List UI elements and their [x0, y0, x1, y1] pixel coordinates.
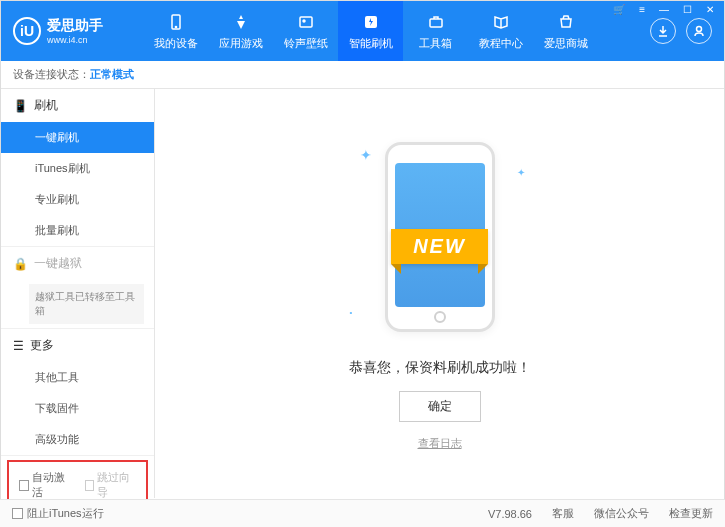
sidebar-item-other-tools[interactable]: 其他工具: [1, 362, 154, 393]
sidebar-section-more[interactable]: ☰ 更多: [1, 329, 154, 362]
section-label: 更多: [30, 337, 54, 354]
skip-guide-checkbox[interactable]: 跳过向导: [85, 470, 137, 500]
svg-point-1: [175, 26, 176, 27]
block-itunes-checkbox[interactable]: 阻止iTunes运行: [12, 506, 104, 521]
status-mode: 正常模式: [90, 67, 134, 82]
nav-ringtones[interactable]: 铃声壁纸: [273, 1, 338, 61]
version-label: V7.98.66: [488, 508, 532, 520]
sidebar: 📱 刷机 一键刷机 iTunes刷机 专业刷机 批量刷机 🔒 一键越狱 越狱工具…: [1, 89, 155, 498]
sidebar-section-flash[interactable]: 📱 刷机: [1, 89, 154, 122]
nav-smart-flash[interactable]: 智能刷机: [338, 1, 403, 61]
toolbox-icon: [426, 12, 446, 32]
footer-link-wechat[interactable]: 微信公众号: [594, 506, 649, 521]
phone-illustration: ✦ ✦ • NEW: [370, 137, 510, 337]
minimize-icon[interactable]: —: [656, 2, 672, 17]
nav-label: 智能刷机: [349, 36, 393, 51]
phone-icon: [166, 12, 186, 32]
app-url: www.i4.cn: [47, 35, 103, 45]
nav-toolbox[interactable]: 工具箱: [403, 1, 468, 61]
sidebar-item-download-firmware[interactable]: 下载固件: [1, 393, 154, 424]
svg-rect-5: [430, 19, 442, 27]
nav-my-device[interactable]: 我的设备: [143, 1, 208, 61]
cart-icon[interactable]: 🛒: [610, 2, 628, 17]
nav-tutorials[interactable]: 教程中心: [468, 1, 533, 61]
nav-label: 爱思商城: [544, 36, 588, 51]
apps-icon: [231, 12, 251, 32]
svg-point-6: [697, 27, 702, 32]
auto-activate-checkbox[interactable]: 自动激活: [19, 470, 71, 500]
nav-label: 教程中心: [479, 36, 523, 51]
nav-store[interactable]: 爱思商城: [533, 1, 598, 61]
status-prefix: 设备连接状态：: [13, 67, 90, 82]
logo-icon: iU: [13, 17, 41, 45]
main-content: ✦ ✦ • NEW 恭喜您，保资料刷机成功啦！ 确定 查看日志: [155, 89, 724, 498]
sidebar-item-oneclick-flash[interactable]: 一键刷机: [1, 122, 154, 153]
menu-icon: ☰: [13, 339, 24, 353]
lock-icon: 🔒: [13, 257, 28, 271]
section-label: 刷机: [34, 97, 58, 114]
sparkle-icon: ✦: [360, 147, 372, 163]
menu-icon[interactable]: ≡: [636, 2, 648, 17]
user-button[interactable]: [686, 18, 712, 44]
section-label: 一键越狱: [34, 255, 82, 272]
app-title: 爱思助手: [47, 17, 103, 35]
nav-label: 我的设备: [154, 36, 198, 51]
svg-rect-2: [300, 17, 312, 27]
logo: iU 爱思助手 www.i4.cn: [13, 17, 143, 45]
jailbreak-note: 越狱工具已转移至工具箱: [29, 284, 144, 324]
connection-status: 设备连接状态： 正常模式: [1, 61, 724, 89]
maximize-icon[interactable]: ☐: [680, 2, 695, 17]
book-icon: [491, 12, 511, 32]
new-ribbon: NEW: [391, 229, 488, 264]
ok-button[interactable]: 确定: [399, 391, 481, 422]
close-icon[interactable]: ✕: [703, 2, 717, 17]
nav-label: 应用游戏: [219, 36, 263, 51]
sidebar-item-advanced[interactable]: 高级功能: [1, 424, 154, 455]
nav-label: 铃声壁纸: [284, 36, 328, 51]
sidebar-item-itunes-flash[interactable]: iTunes刷机: [1, 153, 154, 184]
nav-apps-games[interactable]: 应用游戏: [208, 1, 273, 61]
image-icon: [296, 12, 316, 32]
sidebar-item-batch-flash[interactable]: 批量刷机: [1, 215, 154, 246]
checkbox-label: 阻止iTunes运行: [27, 506, 104, 521]
success-message: 恭喜您，保资料刷机成功啦！: [349, 359, 531, 377]
checkbox-label: 跳过向导: [97, 470, 136, 500]
nav-label: 工具箱: [419, 36, 452, 51]
download-button[interactable]: [650, 18, 676, 44]
svg-point-3: [303, 20, 305, 22]
checkbox-label: 自动激活: [32, 470, 71, 500]
footer-link-support[interactable]: 客服: [552, 506, 574, 521]
store-icon: [556, 12, 576, 32]
phone-icon: 📱: [13, 99, 28, 113]
flash-icon: [361, 12, 381, 32]
view-log-link[interactable]: 查看日志: [418, 436, 462, 451]
footer: 阻止iTunes运行 V7.98.66 客服 微信公众号 检查更新: [0, 499, 725, 527]
top-nav: 我的设备 应用游戏 铃声壁纸 智能刷机 工具箱 教程中心 爱思商城: [143, 1, 650, 61]
sparkle-icon: ✦: [517, 167, 525, 178]
sidebar-item-pro-flash[interactable]: 专业刷机: [1, 184, 154, 215]
footer-link-update[interactable]: 检查更新: [669, 506, 713, 521]
sparkle-icon: •: [350, 308, 353, 317]
sidebar-section-jailbreak: 🔒 一键越狱: [1, 247, 154, 280]
